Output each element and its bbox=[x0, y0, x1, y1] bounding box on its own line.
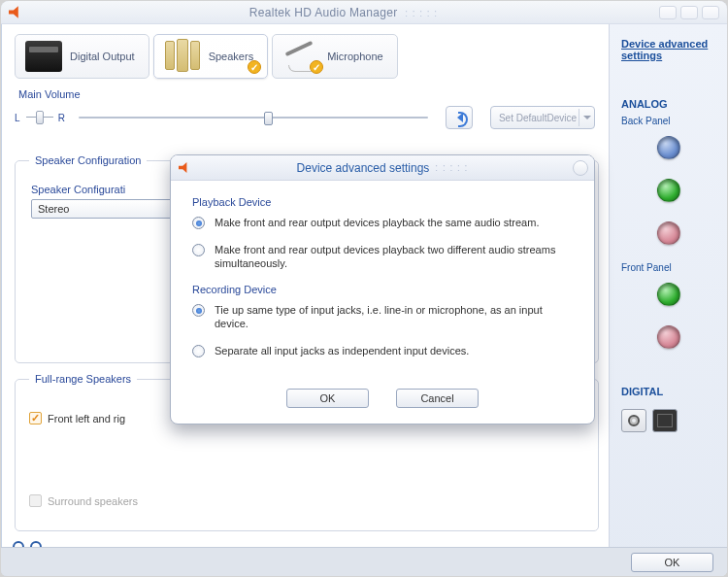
radio-label: Separate all input jacks as independent … bbox=[215, 344, 469, 357]
radio-icon bbox=[192, 304, 205, 317]
amplifier-icon bbox=[25, 41, 62, 72]
radio-label: Tie up same type of input jacks, i.e. li… bbox=[215, 303, 573, 330]
check-surround-speakers: Surround speakers bbox=[29, 494, 584, 507]
chevron-down-icon[interactable] bbox=[579, 109, 592, 126]
device-advanced-settings-dialog: Device advanced settings : : : : : Playb… bbox=[170, 154, 595, 424]
dialog-ok-button[interactable]: OK bbox=[286, 389, 369, 408]
volume-label: Main Volume bbox=[18, 88, 81, 100]
check-label: Front left and rig bbox=[48, 413, 125, 424]
dialog-close-button[interactable] bbox=[573, 160, 588, 176]
analog-header: ANALOG bbox=[621, 98, 715, 110]
tab-label: Microphone bbox=[327, 51, 382, 62]
volume-slider[interactable] bbox=[79, 109, 428, 126]
spdif-coax-icon[interactable] bbox=[621, 409, 646, 432]
window-ok-button[interactable]: OK bbox=[631, 553, 713, 572]
minimize-button[interactable] bbox=[659, 6, 677, 19]
front-panel-label: Front Panel bbox=[621, 262, 715, 273]
tab-label: Speakers bbox=[209, 51, 253, 62]
back-panel-label: Back Panel bbox=[621, 116, 715, 126]
check-front-lr[interactable]: ✓ Front left and rig bbox=[29, 412, 125, 424]
group-title: Full-range Speakers bbox=[29, 373, 137, 385]
tab-label: Digital Output bbox=[70, 51, 135, 62]
checkbox-icon bbox=[29, 494, 42, 507]
checkbox-icon: ✓ bbox=[29, 412, 42, 424]
balance-right-label: R bbox=[58, 113, 65, 123]
jack-line-in[interactable] bbox=[657, 136, 680, 159]
speakers-icon bbox=[164, 41, 201, 72]
radio-label: Make front and rear output devices playb… bbox=[215, 216, 539, 229]
radio-playback-different-streams[interactable]: Make front and rear output devices playb… bbox=[192, 243, 573, 270]
default-badge-icon: ✓ bbox=[310, 60, 323, 74]
tab-microphone[interactable]: ✓ Microphone bbox=[272, 34, 397, 79]
jack-front-headphone[interactable] bbox=[657, 283, 680, 306]
radio-label: Make front and rear output devices playb… bbox=[215, 243, 573, 270]
speaker-icon bbox=[179, 162, 190, 174]
check-label: Surround speakers bbox=[48, 495, 138, 507]
balance-slider[interactable]: L R bbox=[18, 109, 61, 126]
radio-playback-same-stream[interactable]: Make front and rear output devices playb… bbox=[192, 216, 573, 229]
dialog-title: Device advanced settings bbox=[297, 161, 430, 175]
sound-icon bbox=[452, 111, 466, 124]
radio-recording-separate-jacks[interactable]: Separate all input jacks as independent … bbox=[192, 344, 573, 357]
dialog-titlebar[interactable]: Device advanced settings : : : : : bbox=[171, 155, 594, 181]
balance-left-label: L bbox=[15, 113, 20, 123]
jack-mic-in[interactable] bbox=[657, 221, 680, 245]
titlebar[interactable]: Realtek HD Audio Manager : : : : : bbox=[1, 1, 727, 24]
app-icon bbox=[9, 6, 22, 19]
tab-speakers[interactable]: ✓ Speakers bbox=[153, 34, 268, 79]
dialog-cancel-button[interactable]: Cancel bbox=[396, 389, 479, 408]
jack-front-mic[interactable] bbox=[657, 325, 680, 349]
recording-section-label: Recording Device bbox=[192, 284, 573, 295]
maximize-button[interactable] bbox=[680, 6, 698, 19]
radio-icon bbox=[192, 217, 205, 229]
radio-icon bbox=[192, 244, 205, 256]
radio-icon bbox=[192, 345, 205, 357]
radio-recording-tie-jacks[interactable]: Tie up same type of input jacks, i.e. li… bbox=[192, 303, 573, 330]
mute-button[interactable] bbox=[446, 106, 473, 129]
window-button-bar: OK bbox=[1, 547, 727, 576]
default-badge-icon: ✓ bbox=[248, 60, 261, 74]
playback-section-label: Playback Device bbox=[192, 196, 573, 208]
tab-digital-output[interactable]: Digital Output bbox=[15, 34, 149, 79]
main-window: Realtek HD Audio Manager : : : : : Digit… bbox=[1, 1, 727, 576]
set-default-device-button[interactable]: Set Default Device bbox=[490, 106, 595, 129]
jack-line-out[interactable] bbox=[657, 179, 680, 202]
window-title: Realtek HD Audio Manager : : : : : bbox=[28, 6, 659, 19]
spdif-optical-icon[interactable] bbox=[652, 409, 678, 432]
close-button[interactable] bbox=[702, 6, 719, 19]
sidebar: Device advanced settings ANALOG Back Pan… bbox=[609, 24, 727, 576]
device-advanced-settings-link[interactable]: Device advanced settings bbox=[621, 38, 715, 61]
digital-header: DIGITAL bbox=[621, 386, 715, 397]
select-value: Stereo bbox=[38, 203, 69, 215]
group-title: Speaker Configuration bbox=[29, 154, 147, 166]
device-tabs: Digital Output ✓ Speakers ✓ Microphone bbox=[15, 34, 599, 79]
